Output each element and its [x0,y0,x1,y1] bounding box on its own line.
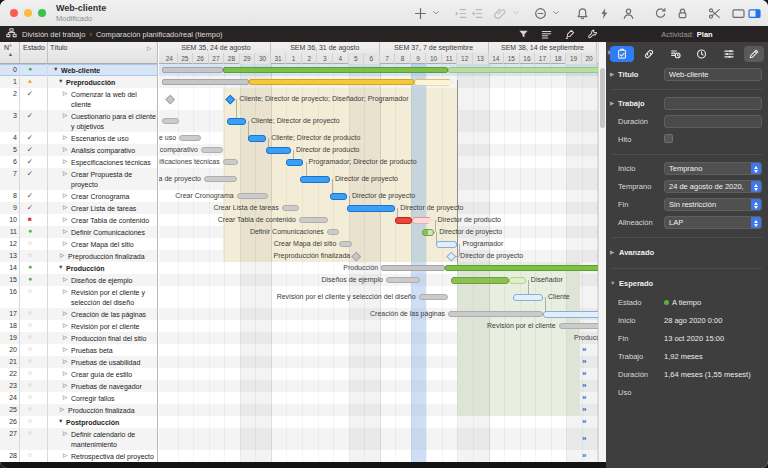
table-row[interactable]: 25○▷Producción finalizada [0,404,157,416]
lock-icon[interactable] [674,4,690,22]
chevron-right-icon[interactable]: ▶ [610,71,614,77]
plus-icon[interactable] [412,4,428,22]
leaf-arrow-icon[interactable]: ▷ [60,406,64,412]
plan-bar[interactable] [339,241,351,247]
offscreen-bar-indicator[interactable]: » [582,369,585,378]
blue-bar[interactable] [248,135,267,142]
scissors-icon[interactable] [706,4,722,22]
stepper-arrows-icon[interactable] [751,163,761,175]
table-row[interactable]: 8✓▷Crear Cronograma [0,190,157,202]
minimize-window-button[interactable] [24,9,32,17]
table-row[interactable]: 26○▼Postproducción [0,416,157,428]
leaf-arrow-icon[interactable]: ▷ [63,134,67,140]
breadcrumb[interactable]: División del trabajo › Comparación plani… [6,26,223,42]
ghost-blue-bar[interactable] [436,241,458,248]
leaf-arrow-icon[interactable]: ▷ [63,452,67,458]
minus-circle-icon[interactable] [532,4,548,22]
stepper-arrows-icon[interactable] [751,181,761,193]
table-row[interactable]: 5✓▷Análisis comparativo [0,144,157,156]
zoom-window-button[interactable] [38,9,46,17]
leaf-arrow-icon[interactable]: ▷ [63,204,67,210]
blue-bar[interactable] [266,147,291,154]
panel-icon[interactable] [730,4,746,22]
table-row[interactable]: 17○▷Creación de las páginas [0,308,157,320]
plan-bar[interactable] [448,311,543,317]
table-row[interactable]: 4✓▷Escenarios de uso [0,132,157,144]
leaf-arrow-icon[interactable]: ▷ [63,192,67,198]
leaf-arrow-icon[interactable]: ▷ [63,228,67,234]
table-row[interactable]: 11●▷Definir Comunicaciones [0,226,157,238]
section-esperado[interactable]: ▼Esperado [606,274,768,294]
chevron-right-icon[interactable]: ▶ [610,100,614,106]
plan-bar[interactable] [419,294,449,300]
leaf-arrow-icon[interactable]: ▷ [63,170,67,176]
tab-info[interactable] [610,46,634,62]
fin-select[interactable]: Sin restricción [664,198,762,211]
plan-bar[interactable] [299,217,329,223]
plan-bar[interactable] [162,118,179,124]
sum-green-bar[interactable] [445,265,598,271]
plan-bar[interactable] [386,277,420,283]
plan-summary-bar[interactable] [381,265,445,271]
chevron-down-icon[interactable] [508,4,524,22]
table-row[interactable]: 27○▷Definir calendario de mantenimiento [0,428,157,450]
funnel-icon[interactable] [512,29,535,40]
bolt-icon[interactable] [596,4,612,22]
green-bar[interactable] [451,277,509,284]
plan-summary-bar[interactable] [162,79,249,85]
activity-value[interactable]: Plan [697,30,713,39]
chevron-down-icon[interactable] [548,4,564,22]
ghost-green-bar[interactable] [509,277,526,284]
table-row[interactable]: 21○▷Pruebas de usabilidad [0,356,157,368]
plan-bar[interactable] [282,205,299,211]
stepper-arrows-icon[interactable] [751,217,761,229]
leaf-arrow-icon[interactable]: ▷ [63,334,67,340]
table-row[interactable]: 0●▼Web-cliente [0,64,157,76]
tab-link[interactable] [637,46,661,62]
plan-bar[interactable] [201,147,223,153]
offscreen-bar-indicator[interactable]: » [582,434,585,443]
ghost-blue-bar[interactable] [543,311,598,318]
wrench-icon[interactable] [581,29,604,40]
table-row[interactable]: 3✓▷Cuestionario para el cliente y objeti… [0,110,157,132]
sync-icon[interactable] [652,4,668,22]
tab-time[interactable] [690,46,714,62]
brush-icon[interactable] [558,29,581,40]
blue-bar[interactable] [300,176,330,183]
collapse-arrow-icon[interactable]: ▼ [53,66,58,72]
column-status[interactable]: Estado [23,44,45,51]
table-row[interactable]: 10■▷Crear Tabla de contenido [0,214,157,226]
offscreen-bar-indicator[interactable]: » [582,345,585,354]
indent-icon[interactable] [452,4,468,22]
tab-edit[interactable] [744,46,764,62]
plan-bar[interactable] [204,176,237,182]
offscreen-bar-indicator[interactable]: » [582,405,585,414]
duración-input[interactable] [664,115,762,128]
alineación-select[interactable]: LAP [664,216,762,229]
chevron-down-icon[interactable]: ▼ [610,280,615,286]
leaf-arrow-icon[interactable]: ▷ [63,382,67,388]
table-row[interactable]: 12○▷Crear Mapa del sitio [0,238,157,250]
table-row[interactable]: 19○▷Producción final del sitio [0,332,157,344]
column-title[interactable]: Título [50,44,68,51]
offscreen-bar-indicator[interactable]: » [582,417,585,426]
table-row[interactable]: 18○▷Revisión por el cliente [0,320,157,332]
leaf-arrow-icon[interactable]: ▷ [63,370,67,376]
temprano-stepper[interactable]: 24 de agosto de 2020, 0:00 [664,180,762,193]
list-lines-icon[interactable] [535,29,558,40]
leaf-arrow-icon[interactable]: ▷ [63,276,67,282]
scrollbar-thumb[interactable] [600,68,605,128]
column-options-icon[interactable]: ▷ [147,45,151,51]
offscreen-bar-indicator[interactable]: » [582,381,585,390]
panel-active-icon[interactable] [746,4,762,22]
close-window-button[interactable] [10,9,18,17]
table-row[interactable]: 23○▷Pruebas de navegador [0,380,157,392]
table-row[interactable]: 20○▷Pruebas beta [0,344,157,356]
plan-bar[interactable] [223,159,239,165]
green-pill-bar[interactable] [422,229,434,236]
table-row[interactable]: 15●▷Diseños de ejemplo [0,274,157,286]
offscreen-bar-indicator[interactable]: » [582,393,585,402]
leaf-arrow-icon[interactable]: ▷ [63,240,67,246]
table-row[interactable]: 7✓▷Crear Propuesta de proyecto [0,168,157,190]
paperclip-icon[interactable] [492,4,508,22]
